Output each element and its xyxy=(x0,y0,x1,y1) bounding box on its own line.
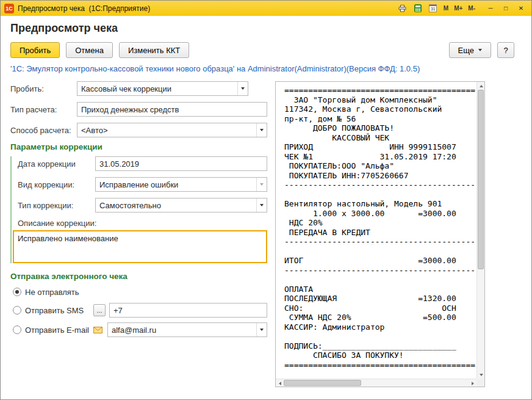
calculator-icon xyxy=(414,4,422,12)
send-none-radio[interactable] xyxy=(13,288,21,296)
receipt-horizontal-scrollbar[interactable] xyxy=(276,379,476,387)
1c-logo-icon: 1С xyxy=(4,4,14,13)
close-button[interactable]: ✕ xyxy=(514,2,528,14)
kkt-device-link[interactable]: '1С: Эмулятор контрольно-кассовой техник… xyxy=(10,64,522,74)
minimize-button[interactable]: ─ xyxy=(484,2,497,14)
envelope-icon xyxy=(93,327,104,333)
maximize-button[interactable]: □ xyxy=(499,2,512,14)
horizontal-scroll-thumb[interactable] xyxy=(284,380,361,386)
command-bar: Пробить Отмена Изменить ККТ Еще ? xyxy=(10,42,522,58)
receipt-vertical-scrollbar[interactable] xyxy=(476,82,484,379)
dropdown-arrow-icon[interactable] xyxy=(256,323,267,336)
correction-note-label: Описание коррекции: xyxy=(18,219,267,228)
correction-kind-combobox[interactable]: Исправление ошибки xyxy=(95,177,267,192)
scroll-left-arrow[interactable] xyxy=(276,379,284,387)
send-section-title: Отправка электронного чека xyxy=(10,272,267,281)
app-window: 1С Предпросмотр чека (1С:Предприятие) 31… xyxy=(1,1,531,387)
calendar-day: 31 xyxy=(430,6,436,12)
correction-date-label: Дата коррекции xyxy=(18,159,95,169)
titlebar-controls: 31 M M+ M- ─ □ ✕ xyxy=(396,2,528,14)
receipt-preview-panel: ========================================… xyxy=(275,81,485,387)
calculator-button[interactable] xyxy=(411,2,425,14)
calendar-button[interactable]: 31 xyxy=(426,2,440,14)
correction-type-combobox[interactable]: Самостоятельно xyxy=(95,198,267,213)
correction-date-input[interactable] xyxy=(95,156,267,171)
calc-type-label: Тип расчета: xyxy=(10,105,77,114)
correction-section-title: Параметры коррекции xyxy=(10,142,267,151)
memory-minus-button[interactable]: M- xyxy=(466,2,477,14)
cancel-button[interactable]: Отмена xyxy=(66,42,113,58)
window-title: Предпросмотр чека (1С:Предприятие) xyxy=(18,4,150,13)
receipt-form: Пробить: Кассовый чек коррекции Тип расч… xyxy=(10,81,267,342)
post-field-label: Пробить: xyxy=(10,84,77,93)
page-title: Предпросмотр чека xyxy=(10,22,522,35)
scroll-up-arrow[interactable] xyxy=(477,82,485,90)
vertical-scroll-thumb[interactable] xyxy=(478,90,484,269)
phone-picker-button[interactable]: ... xyxy=(93,304,106,316)
email-combobox[interactable]: alfa@mail.ru xyxy=(107,322,267,337)
send-email-radio[interactable] xyxy=(13,325,21,334)
help-button[interactable]: ? xyxy=(497,42,514,58)
dropdown-arrow-icon[interactable] xyxy=(256,123,267,137)
send-email-option: Отправить E-mail alfa@mail.ru xyxy=(10,322,267,337)
send-none-option: Не отправлять xyxy=(10,286,267,298)
chevron-down-icon xyxy=(478,49,482,51)
correction-kind-label: Вид коррекции: xyxy=(18,180,95,189)
sms-phone-input[interactable] xyxy=(109,303,267,318)
correction-type-label: Тип коррекции: xyxy=(18,201,95,210)
calc-method-label: Способ расчета: xyxy=(10,126,77,135)
dropdown-arrow-icon[interactable] xyxy=(256,198,267,212)
dropdown-arrow-icon[interactable] xyxy=(237,82,248,95)
correction-note-textarea[interactable]: Исправлено наименование xyxy=(13,230,267,263)
post-receipt-button[interactable]: Пробить xyxy=(10,42,60,58)
send-none-label: Не отправлять xyxy=(25,288,79,297)
print-button[interactable] xyxy=(396,2,409,14)
form-content: Предпросмотр чека Пробить Отмена Изменит… xyxy=(1,16,531,387)
scrollbar-corner xyxy=(476,379,484,387)
receipt-text: ========================================… xyxy=(276,82,476,379)
calc-type-input[interactable] xyxy=(77,102,267,117)
calc-method-combobox[interactable]: <Авто> xyxy=(77,123,267,137)
memory-plus-button[interactable]: M+ xyxy=(452,2,464,14)
send-sms-option: Отправить SMS ... xyxy=(10,303,267,318)
change-kkt-button[interactable]: Изменить ККТ xyxy=(119,42,189,58)
more-button[interactable]: Еще xyxy=(449,42,491,58)
printer-icon xyxy=(398,5,406,12)
scroll-down-arrow[interactable] xyxy=(477,371,485,379)
send-email-label: Отправить E-mail xyxy=(25,325,93,335)
scroll-right-arrow[interactable] xyxy=(469,379,476,387)
dropdown-arrow-icon xyxy=(256,178,267,191)
send-sms-label: Отправить SMS xyxy=(25,306,93,315)
correction-group: Дата коррекции Вид коррекции: Исправлени… xyxy=(10,156,267,263)
calendar-icon: 31 xyxy=(429,4,437,12)
memory-recall-button[interactable]: M xyxy=(442,2,450,14)
post-type-combobox[interactable]: Кассовый чек коррекции xyxy=(77,81,248,96)
send-sms-radio[interactable] xyxy=(13,306,21,315)
titlebar: 1С Предпросмотр чека (1С:Предприятие) 31… xyxy=(1,1,531,16)
